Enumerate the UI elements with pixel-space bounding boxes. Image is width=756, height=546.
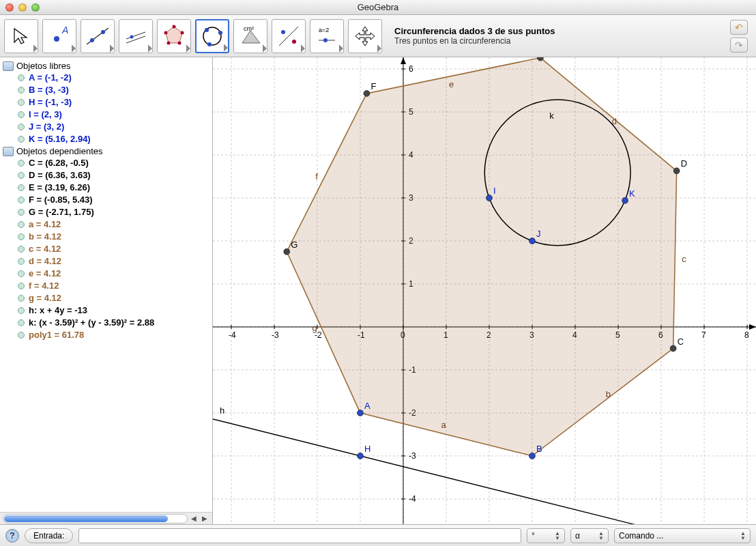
visibility-icon[interactable] — [18, 136, 25, 143]
visibility-icon[interactable] — [18, 184, 25, 191]
svg-point-17 — [207, 42, 212, 46]
algebra-item-text: c = 4.12 — [29, 243, 61, 255]
tool-line[interactable] — [81, 19, 115, 53]
graphics-view[interactable]: -4-3-2-1012345678-4-3-2-1123456abcdefghk… — [213, 57, 756, 524]
alpha-selector[interactable]: α▲▼ — [570, 528, 609, 543]
svg-text:B: B — [536, 444, 542, 454]
visibility-icon[interactable] — [18, 283, 25, 289]
visibility-icon[interactable] — [18, 197, 25, 203]
algebra-item[interactable]: k: (x - 3.59)² + (y - 3.59)² = 2.88 — [1, 317, 211, 329]
visibility-icon[interactable] — [18, 111, 25, 118]
window-title: GeoGebra — [40, 2, 716, 12]
algebra-item[interactable]: d = 4.12 — [1, 255, 211, 268]
free-objects-header[interactable]: Objetos libres — [1, 60, 211, 72]
visibility-icon[interactable] — [18, 319, 25, 326]
visibility-icon[interactable] — [18, 209, 25, 216]
algebra-item[interactable]: D = (6.36, 3.63) — [1, 169, 211, 182]
algebra-item[interactable]: b = 4.12 — [1, 231, 211, 243]
scroll-right-icon[interactable]: ▶ — [200, 514, 209, 523]
sidebar-scrollbar[interactable]: ◀ ▶ — [0, 512, 212, 524]
visibility-icon[interactable] — [18, 332, 25, 339]
algebra-item-text: F = (-0.85, 5.43) — [29, 194, 93, 206]
algebra-item-text: C = (6.28, -0.5) — [29, 157, 89, 169]
svg-point-7 — [130, 35, 134, 38]
visibility-icon[interactable] — [18, 221, 25, 228]
minimize-icon[interactable] — [18, 3, 27, 12]
algebra-item[interactable]: h: x + 4y = -13 — [1, 304, 211, 317]
svg-text:-3: -3 — [409, 451, 416, 461]
redo-button[interactable]: ↷ — [730, 38, 748, 53]
help-button[interactable]: ? — [5, 529, 19, 543]
svg-text:G: G — [291, 240, 297, 250]
svg-marker-8 — [166, 27, 182, 43]
tool-slider[interactable]: a=2 — [310, 19, 344, 53]
algebra-item[interactable]: a = 4.12 — [1, 218, 211, 231]
svg-point-116 — [670, 345, 676, 351]
svg-text:k: k — [549, 111, 554, 121]
close-icon[interactable] — [5, 3, 14, 12]
zoom-icon[interactable] — [31, 3, 40, 12]
svg-point-25 — [323, 38, 328, 42]
visibility-icon[interactable] — [18, 124, 25, 130]
undo-button[interactable]: ↶ — [730, 20, 748, 35]
folder-icon — [3, 147, 14, 156]
algebra-item[interactable]: K = (5.16, 2.94) — [1, 133, 211, 145]
command-input[interactable] — [78, 528, 521, 543]
algebra-item[interactable]: C = (6.28, -0.5) — [1, 157, 211, 169]
algebra-item-text: G = (-2.71, 1.75) — [29, 206, 94, 218]
tool-description: Tres puntos en la circunferencia — [394, 36, 726, 46]
algebra-item[interactable]: A = (-1, -2) — [1, 72, 211, 84]
visibility-icon[interactable] — [18, 307, 25, 314]
algebra-item[interactable]: F = (-0.85, 5.43) — [1, 194, 211, 206]
scroll-left-icon[interactable]: ◀ — [189, 514, 199, 523]
degree-selector[interactable]: °▲▼ — [527, 528, 565, 543]
algebra-tree[interactable]: Objetos libres A = (-1, -2)B = (3, -3)H … — [0, 57, 212, 512]
algebra-item[interactable]: c = 4.12 — [1, 243, 211, 255]
tool-polygon[interactable] — [157, 19, 191, 53]
tool-area[interactable]: cm² — [233, 19, 267, 53]
tool-circle-3pts[interactable] — [195, 19, 229, 53]
svg-text:D: D — [681, 158, 687, 169]
tool-info: Circunferencia dados 3 de sus puntos Tre… — [386, 26, 726, 46]
algebra-item[interactable]: G = (-2.71, 1.75) — [1, 206, 211, 218]
algebra-item[interactable]: J = (3, 2) — [1, 121, 211, 133]
visibility-icon[interactable] — [18, 172, 25, 179]
algebra-item[interactable]: poly1 = 61.78 — [1, 329, 211, 341]
tool-move-view[interactable] — [348, 19, 382, 53]
tool-point[interactable]: A — [42, 19, 76, 53]
algebra-item[interactable]: B = (3, -3) — [1, 84, 211, 96]
visibility-icon[interactable] — [18, 233, 25, 240]
tool-move[interactable] — [4, 19, 38, 53]
dependent-objects-header[interactable]: Objetos dependientes — [1, 145, 211, 157]
algebra-panel: Objetos libres A = (-1, -2)B = (3, -3)H … — [0, 57, 213, 524]
svg-point-112 — [358, 410, 364, 416]
svg-text:-3: -3 — [272, 330, 279, 340]
svg-text:8: 8 — [744, 330, 749, 340]
svg-point-124 — [284, 248, 290, 255]
tool-reflect[interactable] — [272, 19, 306, 53]
svg-point-114 — [529, 453, 536, 459]
svg-point-16 — [218, 31, 222, 35]
algebra-item[interactable]: I = (2, 3) — [1, 109, 211, 121]
visibility-icon[interactable] — [18, 270, 25, 277]
algebra-item[interactable]: e = 4.12 — [1, 268, 211, 280]
visibility-icon[interactable] — [18, 258, 25, 265]
algebra-item[interactable]: E = (3.19, 6.26) — [1, 182, 211, 194]
algebra-item[interactable]: H = (-1, -3) — [1, 96, 211, 109]
algebra-item-text: h: x + 4y = -13 — [29, 304, 87, 317]
algebra-item[interactable]: g = 4.12 — [1, 292, 211, 304]
svg-text:H: H — [364, 444, 370, 454]
visibility-icon[interactable] — [18, 74, 25, 81]
visibility-icon[interactable] — [18, 99, 25, 106]
svg-marker-53 — [401, 57, 406, 64]
svg-text:6: 6 — [409, 64, 413, 74]
tool-segment[interactable] — [119, 19, 153, 53]
window-titlebar: GeoGebra — [0, 0, 756, 15]
visibility-icon[interactable] — [18, 295, 25, 302]
visibility-icon[interactable] — [18, 160, 25, 167]
svg-text:c: c — [682, 254, 686, 264]
algebra-item[interactable]: f = 4.12 — [1, 280, 211, 292]
visibility-icon[interactable] — [18, 246, 25, 253]
visibility-icon[interactable] — [18, 87, 25, 94]
command-selector[interactable]: Comando ...▲▼ — [614, 528, 751, 543]
